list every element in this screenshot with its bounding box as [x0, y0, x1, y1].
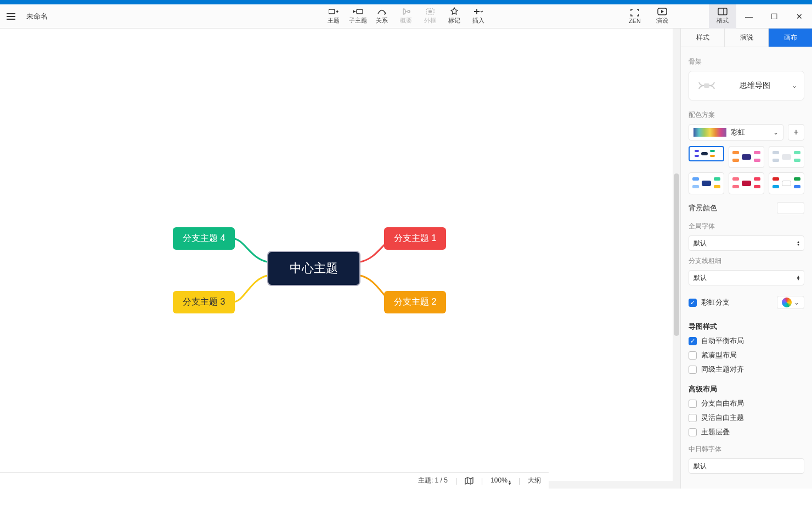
topic-label: 主题 [328, 16, 340, 25]
flex-topic-checkbox[interactable] [689, 414, 697, 422]
present-button[interactable]: 演说 [649, 4, 676, 29]
rainbow-color-select[interactable]: ⌄ [777, 296, 804, 309]
topic-count-label: 主题: 1 / 5 [418, 476, 448, 485]
global-font-label: 全局字体 [689, 222, 804, 231]
bgcolor-label: 背景颜色 [689, 203, 717, 213]
branch-width-label: 分支线粗细 [689, 256, 804, 266]
hamburger-icon [7, 16, 15, 17]
canvas[interactable]: 中心主题 分支主题 1 分支主题 2 分支主题 3 分支主题 4 主题: 1 /… [0, 29, 680, 489]
svg-point-2 [353, 11, 355, 13]
svg-rect-1 [357, 9, 363, 14]
svg-rect-0 [329, 9, 335, 14]
relation-icon [377, 8, 387, 15]
branch-width-select[interactable]: 默认▴▾ [689, 270, 804, 285]
summary-button: 概要 [394, 4, 418, 29]
svg-rect-7 [718, 8, 727, 15]
layout-header: 导图样式 [689, 322, 804, 332]
format-button[interactable]: 格式 [709, 4, 736, 29]
scheme-label: 配色方案 [689, 110, 804, 120]
color-wheel-icon [782, 298, 792, 307]
marker-label: 标记 [448, 16, 460, 25]
theme-thumb-4[interactable] [689, 172, 724, 194]
window-minimize[interactable]: — [736, 4, 762, 29]
tab-present[interactable]: 演说 [724, 29, 769, 47]
svg-rect-9 [704, 83, 709, 88]
central-topic[interactable]: 中心主题 [267, 251, 360, 286]
insert-label: 插入 [472, 16, 484, 25]
branch-topic-3[interactable]: 分支主题 3 [173, 291, 235, 313]
boundary-icon [425, 8, 435, 15]
auto-balance-checkbox[interactable]: ✓ [689, 337, 697, 345]
branch-topic-4[interactable]: 分支主题 4 [173, 227, 235, 250]
status-bar: 主题: 1 / 5 | | 100%▴▾ | 大纲 [0, 472, 549, 489]
add-scheme-button[interactable]: + [788, 124, 804, 141]
menu-button[interactable] [0, 4, 22, 29]
color-scheme-select[interactable]: 彩虹 ⌄ [689, 124, 783, 141]
subtopic-label: 子主题 [349, 16, 367, 25]
insert-button[interactable]: 插入 [466, 4, 490, 29]
relation-label: 关系 [376, 16, 388, 25]
tab-canvas[interactable]: 画布 [769, 29, 812, 47]
format-icon [718, 8, 728, 15]
overlap-checkbox[interactable] [689, 428, 697, 436]
top-toolbar: 未命名 主题 子主题 关系 概要 外框 标记 插入 [0, 4, 812, 29]
theme-thumb-5[interactable] [729, 172, 764, 194]
branch-topic-2[interactable]: 分支主题 2 [384, 291, 446, 313]
rainbow-swatch-icon [693, 128, 726, 137]
subtopic-button[interactable]: 子主题 [346, 4, 370, 29]
subtopic-icon [353, 8, 363, 15]
theme-thumb-1[interactable] [689, 146, 724, 161]
advanced-header: 高级布局 [689, 384, 804, 394]
map-icon[interactable] [465, 477, 473, 485]
skeleton-select[interactable]: 思维导图 ⌄ [689, 71, 804, 100]
bgcolor-swatch[interactable] [777, 202, 804, 214]
skeleton-thumb-icon [696, 79, 718, 92]
window-maximize[interactable]: ☐ [762, 4, 787, 29]
align-sibling-checkbox[interactable] [689, 366, 697, 374]
global-font-select[interactable]: 默认▴▾ [689, 235, 804, 251]
outline-button[interactable]: 大纲 [528, 476, 541, 485]
marker-icon [449, 8, 459, 15]
zen-button[interactable]: ZEN [621, 4, 649, 29]
zoom-level[interactable]: 100%▴▾ [490, 476, 511, 485]
vertical-scrollbar[interactable] [673, 29, 680, 481]
format-panel: 样式 演说 画布 骨架 思维导图 ⌄ 配色方案 彩虹 ⌄ + [680, 29, 812, 489]
relation-button[interactable]: 关系 [370, 4, 394, 29]
theme-thumb-6[interactable] [769, 172, 804, 194]
topic-button[interactable]: 主题 [322, 4, 346, 29]
window-close[interactable]: ✕ [787, 4, 812, 29]
chevron-down-icon: ⌄ [773, 128, 779, 136]
chevron-down-icon: ⌄ [792, 82, 797, 89]
cjk-label: 中日韩字体 [689, 445, 804, 454]
branch-topic-1[interactable]: 分支主题 1 [384, 227, 446, 250]
tab-style[interactable]: 样式 [681, 29, 724, 47]
free-branch-checkbox[interactable] [689, 400, 697, 408]
theme-thumb-3[interactable] [769, 146, 804, 168]
svg-point-3 [408, 10, 410, 13]
summary-label: 概要 [400, 16, 412, 25]
cjk-font-select[interactable]: 默认 [689, 458, 804, 474]
document-title: 未命名 [26, 12, 48, 21]
skeleton-label: 骨架 [689, 57, 804, 66]
boundary-label: 外框 [424, 16, 436, 25]
zen-icon [630, 9, 640, 16]
present-icon [657, 8, 667, 15]
compact-checkbox[interactable] [689, 351, 697, 360]
rainbow-branch-checkbox[interactable]: ✓ [689, 299, 697, 307]
svg-rect-5 [428, 10, 432, 13]
theme-thumb-2[interactable] [729, 146, 764, 168]
marker-button[interactable]: 标记 [442, 4, 466, 29]
summary-icon [401, 8, 411, 15]
insert-icon [473, 8, 483, 15]
topic-icon [329, 8, 339, 15]
boundary-button: 外框 [418, 4, 442, 29]
